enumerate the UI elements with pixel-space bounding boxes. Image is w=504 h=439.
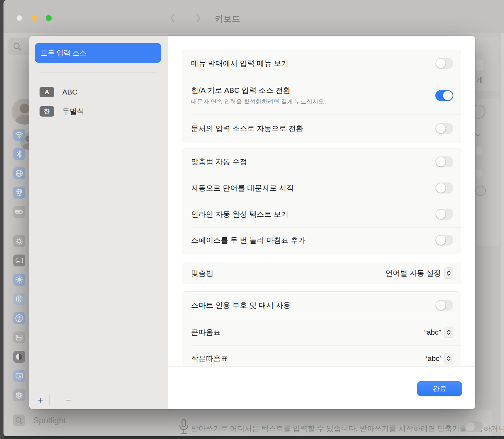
select-control[interactable]: “abc” bbox=[424, 327, 453, 338]
all-input-sources-label: 모든 입력 소스 bbox=[41, 48, 86, 58]
input-source-label: 두벌식 bbox=[62, 106, 84, 116]
setting-label: 한/A 키로 ABC 입력 소스 전환 bbox=[191, 85, 428, 95]
settings-group-3: 맞춤법언어별 자동 설정 bbox=[182, 262, 461, 284]
spotlight-label: Spotlight bbox=[33, 416, 66, 425]
settings-row: 큰따옴표“abc” bbox=[182, 319, 461, 345]
toggle-switch[interactable] bbox=[435, 58, 453, 69]
setting-label: 자동으로 단어를 대문자로 시작 bbox=[191, 183, 428, 193]
settings-group-2: 맞춤법 자동 수정자동으로 단어를 대문자로 시작인라인 자동 완성 텍스트 보… bbox=[182, 148, 461, 253]
bg-clipped-text: 게 bbox=[476, 75, 483, 85]
wifi-icon[interactable] bbox=[13, 129, 25, 141]
desktop-dock-icon[interactable] bbox=[13, 255, 25, 266]
dialog-sidebar: 모든 입력 소스 AABC한두벌식 + − bbox=[29, 36, 169, 409]
settings-row: 스페이스를 두 번 눌러 마침표 추가 bbox=[182, 227, 461, 253]
input-source-badge: A bbox=[40, 87, 54, 97]
dictation-text-line1: 받아쓰기로 어디서든 텍스트를 입력할 수 있습니다. 받아쓰기를 시작하려면 … bbox=[191, 424, 504, 433]
select-control[interactable]: 언어별 자동 설정 bbox=[385, 267, 453, 279]
remove-input-source-button[interactable]: − bbox=[61, 391, 76, 409]
setting-label: 메뉴 막대에서 입력 메뉴 보기 bbox=[191, 58, 428, 68]
select-value: 언어별 자동 설정 bbox=[385, 268, 441, 278]
select-control[interactable]: ‘abc’ bbox=[426, 353, 453, 364]
wallpaper-flower-icon[interactable] bbox=[13, 293, 25, 305]
settings-row: 스마트 인용 부호 및 대시 사용 bbox=[182, 292, 461, 319]
microphone-icon bbox=[178, 419, 189, 436]
input-source-row-두벌식[interactable]: 한두벌식 bbox=[40, 106, 84, 117]
back-chevron-icon[interactable] bbox=[169, 14, 176, 23]
settings-group-1: 메뉴 막대에서 입력 메뉴 보기한/A 키로 ABC 입력 소스 전환대문자 연… bbox=[182, 50, 461, 143]
general-gear-icon[interactable] bbox=[13, 235, 25, 247]
input-sources-dialog: 모든 입력 소스 AABC한두벌식 + − 메뉴 막대에서 입력 메뉴 보기한/… bbox=[29, 36, 475, 409]
battery-icon[interactable] bbox=[13, 206, 25, 218]
setting-label: 큰따옴표 bbox=[191, 327, 359, 337]
toggle-switch[interactable] bbox=[435, 123, 453, 134]
sidebar-divider bbox=[39, 72, 157, 73]
toggle-switch[interactable] bbox=[435, 300, 453, 311]
settings-row: 자동으로 단어를 대문자로 시작 bbox=[182, 175, 461, 201]
setting-label: 문서의 입력 소스로 자동으로 전환 bbox=[191, 124, 428, 133]
input-source-badge: 한 bbox=[40, 106, 54, 117]
network-globe-icon[interactable] bbox=[13, 187, 25, 198]
settings-group-4: 스마트 인용 부호 및 대시 사용큰따옴표“abc”작은따옴표‘abc’ bbox=[182, 291, 461, 367]
screensaver-icon[interactable] bbox=[13, 370, 25, 382]
siri-flower-icon[interactable] bbox=[13, 389, 25, 401]
toggle-switch[interactable] bbox=[435, 182, 453, 193]
settings-row: 맞춤법 자동 수정 bbox=[182, 148, 461, 175]
settings-row: 맞춤법언어별 자동 설정 bbox=[182, 262, 461, 284]
globe-icon[interactable] bbox=[13, 167, 25, 179]
settings-row: 한/A 키로 ABC 입력 소스 전환대문자 연속 입력을 활성화하려면 길게 … bbox=[182, 77, 461, 114]
setting-label: 인라인 자동 완성 텍스트 보기 bbox=[191, 209, 428, 219]
source-actions-bar: + − bbox=[29, 391, 168, 409]
display-sun-icon[interactable] bbox=[13, 274, 25, 286]
add-input-source-button[interactable]: + bbox=[33, 391, 48, 409]
setting-label: 맞춤법 자동 수정 bbox=[191, 157, 428, 167]
minimize-button[interactable] bbox=[31, 15, 37, 21]
dictation-toggle[interactable] bbox=[464, 421, 483, 432]
done-button[interactable]: 완료 bbox=[417, 381, 462, 396]
titlebar: 키보드 bbox=[4, 0, 504, 33]
bg-control-fragment bbox=[475, 60, 483, 71]
input-source-row-abc[interactable]: AABC bbox=[40, 87, 77, 97]
toggle-switch[interactable] bbox=[435, 209, 453, 220]
bg-scroll-strip bbox=[501, 33, 504, 437]
setting-label: 작은따옴표 bbox=[191, 354, 359, 363]
input-source-label: ABC bbox=[62, 88, 77, 96]
search-icon bbox=[12, 42, 22, 51]
settings-row: 작은따옴표‘abc’ bbox=[182, 345, 461, 367]
setting-sublabel: 대문자 연속 입력을 활성화하려면 길게 누르십시오. bbox=[191, 98, 428, 106]
sidebar-item-all-input-sources[interactable]: 모든 입력 소스 bbox=[35, 43, 161, 63]
dialog-footer: 완료 bbox=[168, 366, 475, 409]
spotlight-icon bbox=[13, 414, 25, 426]
select-value: ‘abc’ bbox=[426, 354, 441, 363]
bluetooth-icon[interactable] bbox=[13, 148, 25, 160]
accessibility-icon[interactable] bbox=[13, 312, 25, 324]
setting-label: 맞춤법 bbox=[191, 268, 359, 278]
appearance-icon[interactable] bbox=[13, 351, 25, 363]
dialog-content: 메뉴 막대에서 입력 메뉴 보기한/A 키로 ABC 입력 소스 전환대문자 연… bbox=[168, 36, 475, 409]
setting-label: 스페이스를 두 번 눌러 마침표 추가 bbox=[191, 235, 428, 245]
stepper-chevrons-icon[interactable] bbox=[444, 327, 453, 338]
setting-label: 스마트 인용 부호 및 대시 사용 bbox=[191, 300, 428, 310]
control-center-icon[interactable] bbox=[13, 332, 25, 343]
toggle-switch[interactable] bbox=[435, 156, 453, 167]
zoom-button[interactable] bbox=[46, 15, 52, 21]
settings-scroll-area: 메뉴 막대에서 입력 메뉴 보기한/A 키로 ABC 입력 소스 전환대문자 연… bbox=[168, 36, 475, 367]
settings-row: 문서의 입력 소스로 자동으로 전환 bbox=[182, 114, 461, 143]
actions-divider bbox=[49, 394, 50, 406]
page-title: 키보드 bbox=[186, 13, 270, 25]
toggle-switch[interactable] bbox=[435, 90, 453, 101]
bg-chevron-fragment bbox=[475, 132, 481, 138]
dictation-panel: 받아쓰기로 어디서든 텍스트를 입력할 수 있습니다. 받아쓰기를 시작하려면 … bbox=[168, 410, 492, 437]
sidebar-item-spotlight[interactable]: Spotlight bbox=[13, 413, 66, 427]
close-button[interactable] bbox=[16, 15, 22, 21]
select-value: “abc” bbox=[424, 328, 441, 336]
stepper-chevrons-icon[interactable] bbox=[444, 267, 453, 279]
settings-row: 메뉴 막대에서 입력 메뉴 보기 bbox=[182, 50, 461, 77]
stepper-chevrons-icon[interactable] bbox=[444, 353, 453, 364]
settings-row: 인라인 자동 완성 텍스트 보기 bbox=[182, 201, 461, 227]
toggle-switch[interactable] bbox=[435, 235, 453, 246]
desktop-strip bbox=[4, 436, 504, 439]
